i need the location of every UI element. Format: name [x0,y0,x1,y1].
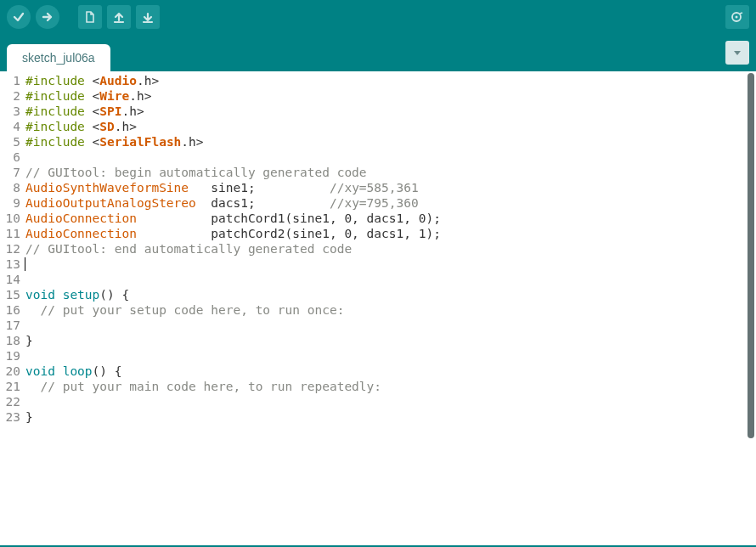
line-number: 8 [0,180,20,195]
tab-sketch[interactable]: sketch_jul06a [7,44,110,71]
serial-monitor-icon [730,9,745,25]
code-line[interactable]: // put your main code here, to run repea… [25,379,756,394]
line-number: 17 [0,318,20,333]
code-line[interactable]: } [25,333,756,348]
line-number: 1 [0,73,20,88]
code-line[interactable]: AudioOutputAnalogStereo dacs1; //xy=795,… [25,195,756,211]
line-number: 9 [0,195,20,211]
code-line[interactable]: void loop() { [25,364,756,379]
code-area[interactable]: #include <Audio.h>#include <Wire.h>#incl… [24,71,756,545]
line-number: 14 [0,272,20,287]
arrow-up-icon [112,10,126,24]
line-number: 15 [0,287,20,302]
line-number: 16 [0,302,20,318]
code-line[interactable]: #include <SerialFlash.h> [25,134,756,149]
scrollbar-thumb[interactable] [748,73,754,438]
code-line[interactable]: #include <Wire.h> [25,88,756,104]
line-number: 13 [0,257,20,272]
line-number: 5 [0,134,20,149]
verify-button[interactable] [7,5,31,29]
line-number: 11 [0,226,20,241]
open-button[interactable] [107,5,131,29]
tab-menu-button[interactable] [725,41,749,65]
line-number: 10 [0,211,20,226]
code-line[interactable]: AudioConnection patchCord2(sine1, 0, dac… [25,226,756,241]
tab-label: sketch_jul06a [22,51,95,65]
code-line[interactable] [25,257,756,272]
code-line[interactable]: // GUItool: begin automatically generate… [25,165,756,180]
code-line[interactable] [25,348,756,364]
code-line[interactable] [25,318,756,333]
code-line[interactable]: #include <SPI.h> [25,104,756,119]
code-line[interactable]: // put your setup code here, to run once… [25,302,756,318]
line-number: 2 [0,88,20,104]
caret-down-icon [732,48,742,58]
code-line[interactable]: } [25,409,756,425]
code-line[interactable]: // GUItool: end automatically generated … [25,241,756,257]
line-number: 6 [0,149,20,165]
line-number: 3 [0,104,20,119]
line-number: 7 [0,165,20,180]
file-icon [83,10,97,24]
svg-point-1 [736,16,738,19]
upload-button[interactable] [36,5,59,29]
code-line[interactable]: AudioConnection patchCord1(sine1, 0, dac… [25,211,756,226]
arrow-right-icon [41,10,54,24]
line-number-gutter: 1234567891011121314151617181920212223 [0,71,24,545]
save-button[interactable] [136,5,160,29]
code-line[interactable]: void setup() { [25,287,756,302]
line-number: 18 [0,333,20,348]
code-line[interactable]: AudioSynthWaveformSine sine1; //xy=585,3… [25,180,756,195]
line-number: 4 [0,119,20,134]
check-icon [12,10,25,24]
line-number: 12 [0,241,20,257]
text-caret [25,257,25,271]
code-line[interactable]: #include <Audio.h> [25,73,756,88]
line-number: 22 [0,394,20,409]
line-number: 19 [0,348,20,364]
code-line[interactable]: #include <SD.h> [25,119,756,134]
line-number: 20 [0,364,20,379]
code-line[interactable] [25,149,756,165]
code-line[interactable] [25,394,756,409]
tab-bar: sketch_jul06a [0,34,756,71]
new-button[interactable] [78,5,102,29]
code-line[interactable] [25,272,756,287]
svg-marker-2 [734,51,741,55]
serial-monitor-button[interactable] [725,5,749,29]
toolbar [0,0,756,34]
code-editor[interactable]: 1234567891011121314151617181920212223 #i… [0,71,756,547]
line-number: 21 [0,379,20,394]
arrow-down-icon [141,10,155,24]
line-number: 23 [0,409,20,425]
